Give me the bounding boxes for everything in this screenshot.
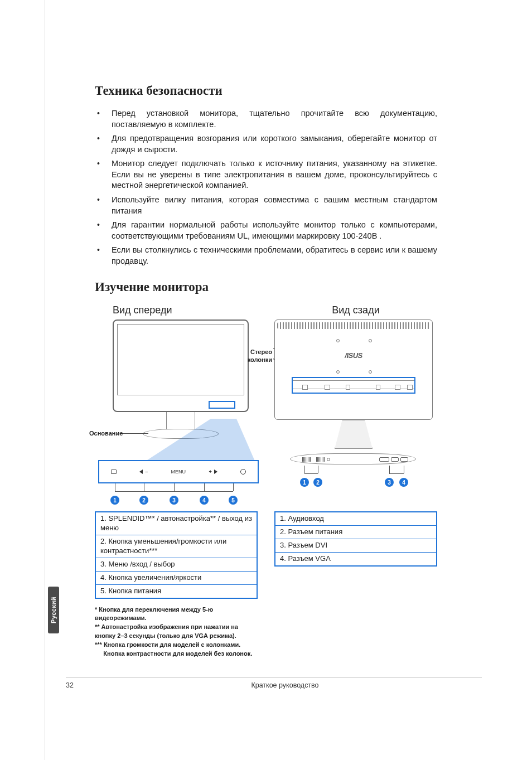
- decrease-button-icon: –: [139, 469, 148, 475]
- front-callout-5: 5: [229, 496, 238, 505]
- front-callout-4: 4: [200, 496, 209, 505]
- safety-item: Для предотвращения возгорания или коротк…: [95, 133, 437, 155]
- monitor-stand-icon: [335, 420, 373, 449]
- front-legend-row: 1. SPLENDID™* / автонастройка** / выход …: [96, 512, 257, 535]
- rear-legend-row: 1. Аудиовход: [275, 512, 436, 525]
- rear-legend-table: 1. Аудиовход 2. Разъем питания 3. Разъем…: [274, 511, 437, 567]
- footnote-line: * Кнопка для переключения между 5-ю виде…: [95, 606, 258, 623]
- rear-view-title: Вид сзади: [274, 304, 437, 316]
- splendid-button-icon: [111, 469, 117, 474]
- page-footer: 32 Краткое руководство: [66, 681, 482, 689]
- base-label: Основание: [89, 430, 123, 437]
- svg-marker-0: [144, 419, 255, 462]
- rear-ports-icon: [302, 456, 408, 463]
- footnotes: * Кнопка для переключения между 5-ю виде…: [95, 606, 258, 659]
- front-diagram: Основание – MENU +: [95, 320, 258, 509]
- front-view-title: Вид спереди: [95, 304, 258, 316]
- power-button-icon: [240, 469, 246, 475]
- brand-logo: /ISUS: [275, 351, 432, 360]
- front-legend-row: 4. Кнопка увеличения/яркости: [96, 571, 257, 584]
- safety-item: Используйте вилку питания, которая совме…: [95, 195, 437, 216]
- stereo-speakers-label: Стереоколонки: [234, 348, 272, 363]
- increase-button-icon: +: [209, 469, 217, 475]
- rear-legend-row: 3. Разъем DVI: [275, 539, 436, 552]
- front-legend-table: 1. SPLENDID™* / автонастройка** / выход …: [95, 511, 258, 598]
- rear-legend-row: 4. Разъем VGA: [275, 552, 436, 565]
- safety-list: Перед установкой монитора, тщательно про…: [95, 108, 437, 267]
- study-heading: Изучение монитора: [95, 280, 437, 294]
- front-callout-3: 3: [170, 496, 178, 505]
- safety-heading: Техника безопасности: [95, 84, 437, 98]
- footer-title: Краткое руководство: [88, 681, 482, 689]
- safety-item: Монитор следует подключать только к исто…: [95, 158, 437, 191]
- rear-callout-marks: 1 2 3 4: [274, 466, 433, 488]
- rear-callout-1: 1: [300, 478, 309, 487]
- rear-diagram: Стереоколонки /ISUS: [274, 320, 437, 509]
- rear-callout-4: 4: [399, 478, 408, 487]
- front-callout-2: 2: [139, 496, 148, 505]
- front-legend-row: 5. Кнопка питания: [96, 584, 257, 598]
- rear-callout-2: 2: [313, 478, 322, 487]
- rear-callout-3: 3: [385, 478, 394, 487]
- safety-item: Для гарантии нормальной работы используй…: [95, 220, 437, 241]
- front-legend-row: 2. Кнопка уменьшения/громкости или контр…: [96, 535, 257, 558]
- rear-legend-row: 2. Разъем питания: [275, 525, 436, 539]
- monitor-rear-icon: /ISUS: [274, 320, 433, 420]
- front-callout-marks: 1 2 3 4 5: [98, 483, 259, 506]
- front-buttons-panel: – MENU +: [98, 460, 259, 483]
- footnote-line: ** Автонастройка изображения при нажатии…: [95, 623, 258, 641]
- monitor-front-icon: [113, 320, 249, 412]
- safety-item: Перед установкой монитора, тщательно про…: [95, 108, 437, 130]
- safety-item: Если вы столкнулись с техническими пробл…: [95, 245, 437, 267]
- language-tab: Русский: [48, 587, 59, 633]
- front-callout-1: 1: [110, 496, 119, 505]
- footnote-line: *** Кнопка громкости для моделей с колон…: [95, 641, 258, 650]
- menu-button-icon: MENU: [171, 469, 186, 475]
- footnote-line: Кнопка контрастности для моделей без кол…: [95, 650, 258, 659]
- page-number: 32: [66, 681, 88, 689]
- front-legend-row: 3. Меню /вход / выбор: [96, 558, 257, 571]
